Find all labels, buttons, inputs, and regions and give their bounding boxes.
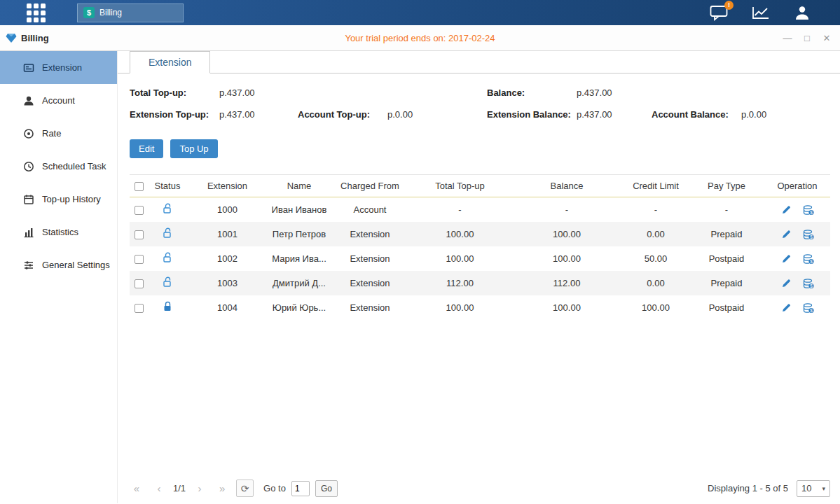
next-page-button[interactable]: › xyxy=(193,482,207,494)
goto-label: Go to xyxy=(263,483,286,493)
credit-limit-cell: 0.00 xyxy=(623,229,689,239)
sidebar-item-extension[interactable]: Extension xyxy=(0,51,117,84)
credit-limit-cell: - xyxy=(623,204,689,215)
account-icon xyxy=(23,95,34,106)
extension-balance-field: Extension Balance: p.437.00 xyxy=(487,104,612,125)
top-up-row-icon[interactable]: $ xyxy=(803,229,814,240)
maximize-button[interactable]: □ xyxy=(802,33,812,43)
pay-type-cell: - xyxy=(689,204,764,215)
edit-row-icon[interactable] xyxy=(781,229,792,239)
extension-cell: 1000 xyxy=(187,204,268,215)
calendar-icon xyxy=(23,194,34,205)
sidebar-item-account[interactable]: Account xyxy=(0,84,117,117)
settings-sliders-icon xyxy=(23,260,34,271)
page-size-value: 10 xyxy=(801,483,811,493)
select-all-checkbox[interactable] xyxy=(135,182,144,191)
sidebar-item-topup-history[interactable]: Top-up History xyxy=(0,183,117,216)
top-up-row-icon[interactable]: $ xyxy=(803,204,814,216)
balance-cell: 112.00 xyxy=(511,278,623,288)
tab-bar: Extension xyxy=(118,51,840,74)
trial-notice: Your trial period ends on: 2017-02-24 xyxy=(0,33,840,43)
status-lock-icon[interactable] xyxy=(163,301,173,314)
billing-dollar-icon: $ xyxy=(83,7,95,18)
close-button[interactable]: ✕ xyxy=(822,33,832,43)
name-cell: Юрий Юрь... xyxy=(268,302,331,313)
extensions-table: Status Extension Name Charged From Total… xyxy=(130,174,830,320)
user-account-icon[interactable] xyxy=(794,5,811,20)
table-row: 1001 Петр Петров Extension 100.00 100.00… xyxy=(130,222,830,246)
charged-from-cell: Extension xyxy=(331,302,409,313)
sidebar-item-rate[interactable]: Rate xyxy=(0,117,117,150)
minimize-button[interactable]: — xyxy=(783,33,792,43)
status-lock-icon[interactable] xyxy=(163,252,173,265)
first-page-button[interactable]: « xyxy=(130,482,144,494)
billing-gem-icon xyxy=(6,33,17,43)
row-checkbox[interactable] xyxy=(135,206,144,215)
edit-button[interactable]: Edit xyxy=(130,139,163,158)
app-launcher-grid-icon[interactable] xyxy=(27,4,46,22)
balance-cell: 100.00 xyxy=(511,229,623,239)
pagination-bar: « ‹ 1/1 › » ⟳ Go to Go Displaying 1 - 5 … xyxy=(130,479,830,497)
window-title: Billing xyxy=(21,33,49,43)
svg-text:$: $ xyxy=(810,307,813,312)
page-size-dropdown[interactable]: 10 ▾ xyxy=(797,480,830,497)
charged-from-cell: Extension xyxy=(331,278,409,288)
credit-limit-cell: 100.00 xyxy=(623,302,689,313)
col-pay-type: Pay Type xyxy=(689,181,764,191)
top-up-row-icon[interactable]: $ xyxy=(803,302,814,314)
edit-row-icon[interactable] xyxy=(781,253,792,264)
table-header: Status Extension Name Charged From Total… xyxy=(130,174,830,197)
status-lock-icon[interactable] xyxy=(163,276,173,290)
col-balance: Balance xyxy=(511,181,623,191)
extension-cell: 1003 xyxy=(187,278,268,288)
svg-text:$: $ xyxy=(810,283,813,288)
chevron-down-icon: ▾ xyxy=(822,485,825,492)
sidebar-item-scheduled-task[interactable]: Scheduled Task xyxy=(0,150,117,183)
total-topup-field: Total Top-up: p.437.00 xyxy=(130,82,255,104)
tab-extension[interactable]: Extension xyxy=(130,51,210,74)
pay-type-cell: Postpaid xyxy=(689,302,764,313)
charged-from-cell: Extension xyxy=(331,229,409,239)
table-row: 1002 Мария Ива... Extension 100.00 100.0… xyxy=(130,246,830,271)
balance-cell: 100.00 xyxy=(511,302,623,313)
col-extension: Extension xyxy=(187,181,268,191)
col-charged-from: Charged From xyxy=(331,181,409,191)
table-row: 1004 Юрий Юрь... Extension 100.00 100.00… xyxy=(130,295,830,320)
sidebar-item-statistics[interactable]: Statistics xyxy=(0,216,117,248)
statistics-chart-icon[interactable] xyxy=(752,6,770,20)
edit-row-icon[interactable] xyxy=(781,302,792,313)
name-cell: Петр Петров xyxy=(268,229,331,239)
row-checkbox[interactable] xyxy=(135,304,144,313)
top-up-row-icon[interactable]: $ xyxy=(803,253,814,265)
goto-page-input[interactable] xyxy=(291,481,310,496)
topbar: $ Billing ! xyxy=(0,0,840,25)
name-cell: Дмитрий Д... xyxy=(268,278,331,288)
taskbar-billing-item[interactable]: $ Billing xyxy=(77,4,184,22)
edit-row-icon[interactable] xyxy=(781,278,792,288)
name-cell: Мария Ива... xyxy=(268,253,331,264)
charged-from-cell: Extension xyxy=(331,253,409,264)
balance-cell: - xyxy=(511,204,623,215)
go-button[interactable]: Go xyxy=(315,480,338,497)
extension-cell: 1002 xyxy=(187,253,268,264)
sidebar: Extension Account Rate Scheduled Task xyxy=(0,51,118,503)
row-checkbox[interactable] xyxy=(135,279,144,288)
prev-page-button[interactable]: ‹ xyxy=(152,482,166,494)
balance-field: Balance: p.437.00 xyxy=(487,82,612,104)
top-up-button[interactable]: Top Up xyxy=(170,139,217,158)
window-titlebar: Billing Your trial period ends on: 2017-… xyxy=(0,25,840,51)
refresh-button[interactable]: ⟳ xyxy=(236,479,254,497)
row-checkbox[interactable] xyxy=(135,230,144,239)
status-lock-icon[interactable] xyxy=(163,227,173,241)
sidebar-item-general-settings[interactable]: General Settings xyxy=(0,248,117,281)
edit-row-icon[interactable] xyxy=(781,204,792,215)
balance-cell: 100.00 xyxy=(511,253,623,264)
svg-text:$: $ xyxy=(810,234,813,239)
notifications-icon[interactable]: ! xyxy=(710,5,728,21)
pay-type-cell: Prepaid xyxy=(689,278,764,288)
pay-type-cell: Prepaid xyxy=(689,229,764,239)
top-up-row-icon[interactable]: $ xyxy=(803,278,814,289)
status-lock-icon[interactable] xyxy=(163,203,173,216)
row-checkbox[interactable] xyxy=(135,255,144,264)
last-page-button[interactable]: » xyxy=(215,482,229,494)
